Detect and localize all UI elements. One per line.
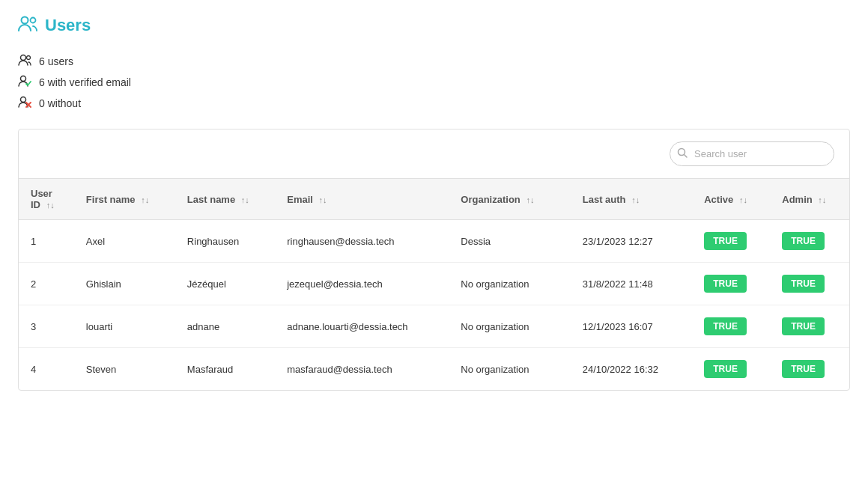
col-label-last-name: Last name — [187, 194, 235, 205]
table-header-row: UserID ↑↓ First name ↑↓ Last name ↑↓ Ema… — [19, 179, 849, 220]
badge-active: TRUE — [704, 232, 747, 250]
badge-admin: TRUE — [782, 360, 825, 378]
col-header-admin[interactable]: Admin ↑↓ — [770, 179, 849, 220]
col-label-organization: Organization — [461, 194, 520, 205]
col-header-organization[interactable]: Organization ↑↓ — [449, 179, 570, 220]
col-label-active: Active — [704, 194, 733, 205]
cell-last_name: Ringhausen — [175, 220, 275, 263]
cell-user_id: 4 — [19, 348, 74, 391]
svg-point-2 — [21, 55, 26, 61]
col-label-admin: Admin — [782, 194, 812, 205]
user-icon — [18, 54, 31, 69]
svg-point-4 — [21, 76, 26, 82]
stats-section: 6 users 6 with verified email — [18, 54, 850, 111]
col-header-email[interactable]: Email ↑↓ — [275, 179, 449, 220]
badge-admin: TRUE — [782, 232, 825, 250]
col-label-first-name: First name — [86, 194, 136, 205]
badge-active: TRUE — [704, 317, 747, 335]
svg-point-5 — [21, 97, 26, 103]
table-row[interactable]: 2GhislainJézéqueljezequel@dessia.techNo … — [19, 263, 849, 305]
col-header-user-id[interactable]: UserID ↑↓ — [19, 179, 74, 220]
cell-active: TRUE — [692, 305, 770, 348]
sort-user-id[interactable]: ↑↓ — [46, 201, 55, 210]
cell-active: TRUE — [692, 220, 770, 263]
cell-email: jezequel@dessia.tech — [275, 263, 449, 305]
svg-line-9 — [685, 155, 688, 158]
cell-user_id: 2 — [19, 263, 74, 305]
cell-email: adnane.louarti@dessia.tech — [275, 305, 449, 348]
table-row[interactable]: 4StevenMasfaraudmasfaraud@dessia.techNo … — [19, 348, 849, 391]
sort-active[interactable]: ↑↓ — [739, 195, 747, 204]
svg-point-3 — [27, 56, 31, 60]
col-header-first-name[interactable]: First name ↑↓ — [74, 179, 175, 220]
col-header-active[interactable]: Active ↑↓ — [692, 179, 770, 220]
cell-email: ringhausen@dessia.tech — [275, 220, 449, 263]
table-row[interactable]: 1AxelRinghausenringhausen@dessia.techDes… — [19, 220, 849, 263]
cell-admin: TRUE — [770, 220, 849, 263]
badge-admin: TRUE — [782, 275, 825, 293]
badge-active: TRUE — [704, 275, 747, 293]
verified-email-icon — [18, 75, 31, 90]
no-email-icon — [18, 96, 31, 111]
cell-organization: No organization — [449, 348, 570, 391]
cell-last_auth: 23/1/2023 12:27 — [571, 220, 692, 263]
cell-organization: No organization — [449, 263, 570, 305]
search-icon — [677, 147, 688, 160]
cell-last_auth: 24/10/2022 16:32 — [571, 348, 692, 391]
cell-active: TRUE — [692, 348, 770, 391]
cell-admin: TRUE — [770, 305, 849, 348]
users-table: UserID ↑↓ First name ↑↓ Last name ↑↓ Ema… — [19, 179, 849, 390]
stat-without: 0 without — [18, 96, 850, 111]
sort-last-auth[interactable]: ↑↓ — [631, 195, 640, 204]
cell-admin: TRUE — [770, 263, 849, 305]
sort-last-name[interactable]: ↑↓ — [241, 195, 249, 204]
stat-total: 6 users — [18, 54, 850, 69]
table-section: UserID ↑↓ First name ↑↓ Last name ↑↓ Ema… — [18, 129, 850, 391]
search-container — [670, 141, 834, 166]
search-input[interactable] — [670, 141, 834, 166]
cell-user_id: 3 — [19, 305, 74, 348]
cell-active: TRUE — [692, 263, 770, 305]
svg-point-1 — [31, 18, 36, 23]
cell-last_name: Masfaraud — [175, 348, 275, 391]
cell-last_auth: 12/1/2023 16:07 — [571, 305, 692, 348]
sort-email[interactable]: ↑↓ — [319, 195, 327, 204]
users-icon — [18, 15, 37, 36]
stat-verified-label: 6 with verified email — [39, 76, 131, 88]
stat-total-label: 6 users — [39, 55, 73, 67]
cell-organization: Dessia — [449, 220, 570, 263]
cell-first_name: louarti — [74, 305, 175, 348]
svg-point-0 — [22, 17, 28, 24]
page-container: Users 6 users 6 with v — [0, 0, 868, 497]
stat-without-label: 0 without — [39, 97, 81, 109]
page-header: Users — [18, 15, 850, 36]
table-row[interactable]: 3louartiadnaneadnane.louarti@dessia.tech… — [19, 305, 849, 348]
cell-first_name: Axel — [74, 220, 175, 263]
cell-email: masfaraud@dessia.tech — [275, 348, 449, 391]
stat-verified: 6 with verified email — [18, 75, 850, 90]
badge-admin: TRUE — [782, 317, 825, 335]
sort-first-name[interactable]: ↑↓ — [141, 195, 149, 204]
col-header-last-auth[interactable]: Last auth ↑↓ — [571, 179, 692, 220]
cell-first_name: Ghislain — [74, 263, 175, 305]
cell-last_auth: 31/8/2022 11:48 — [571, 263, 692, 305]
sort-admin[interactable]: ↑↓ — [818, 195, 826, 204]
cell-first_name: Steven — [74, 348, 175, 391]
col-label-last-auth: Last auth — [583, 194, 626, 205]
cell-last_name: adnane — [175, 305, 275, 348]
sort-organization[interactable]: ↑↓ — [526, 195, 534, 204]
col-label-email: Email — [287, 194, 313, 205]
cell-user_id: 1 — [19, 220, 74, 263]
badge-active: TRUE — [704, 360, 747, 378]
cell-last_name: Jézéquel — [175, 263, 275, 305]
col-header-last-name[interactable]: Last name ↑↓ — [175, 179, 275, 220]
page-title: Users — [45, 16, 91, 35]
cell-organization: No organization — [449, 305, 570, 348]
cell-admin: TRUE — [770, 348, 849, 391]
table-toolbar — [19, 129, 849, 179]
